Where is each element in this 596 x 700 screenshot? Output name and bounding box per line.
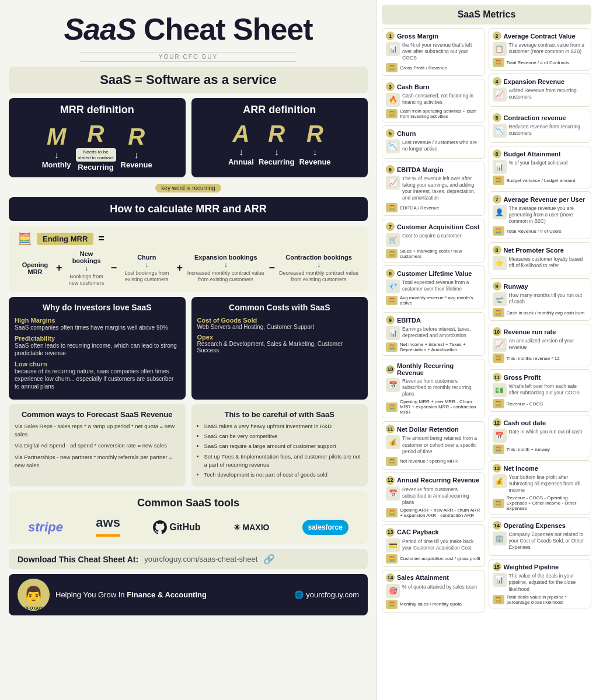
metric-title: Churn — [397, 130, 416, 137]
metric-icon: 💰 — [386, 435, 400, 449]
metric-title: Net Promoter Score — [504, 247, 564, 254]
metric-formula: EBITDA / Revenue — [400, 205, 481, 211]
metric-formula-icon: 🧮 — [493, 226, 504, 236]
metric-formula: Cash from operating activities + cash fr… — [400, 108, 481, 119]
needs-box: Needs to bestated in contract — [76, 148, 116, 162]
metric-title: Cash out date — [504, 419, 546, 426]
metric-formula-row: 🧮 Revenue - COGS - Operating Expenses + … — [493, 495, 588, 511]
metric-icon-row: 🎯 % of quota attained by sales team — [386, 584, 481, 598]
metric-header: 2 Average Contract Value — [493, 32, 588, 40]
metric-header: 6 Budget Attainment — [493, 149, 588, 158]
churn-desc: Lost bookings from existing customers — [120, 270, 173, 283]
margins-desc: SaaS companies often times have margins … — [15, 324, 180, 331]
metric-icon-row: 👤 The average revenue you are generating… — [493, 205, 588, 225]
metric-num: 8 — [386, 269, 395, 278]
footer-website: yourcfoguy.com — [306, 590, 359, 599]
metric-formula: Net revenue / opening MRR — [400, 459, 481, 464]
metric-formula: Total Revenue / # of Contracts — [507, 60, 588, 65]
link-icon: 🔗 — [263, 554, 275, 565]
metric-num: 5 — [493, 113, 501, 122]
metric-formula: Revenue - COGS — [507, 401, 588, 407]
metric-num: 4 — [493, 77, 501, 86]
footer-url[interactable]: 🌐 yourcfoguy.com — [294, 590, 359, 599]
metric-icon-row: 💰 The amount being retained from a custo… — [386, 435, 481, 454]
right-panel-title: SaaS Metrics — [382, 5, 591, 24]
metric-desc: Total expected revenue from a customer o… — [402, 279, 481, 292]
op-plus-2: + — [176, 262, 184, 274]
metric-title: Average Revenue per User — [504, 196, 585, 203]
metric-formula-row: 🧮 Opening MRR + new MRR - Churn MRR + ex… — [386, 399, 481, 415]
download-label: Download This Cheat Sheet At: — [18, 555, 138, 564]
metric-formula-row: 🧮 Sales + marketing costs / new customer… — [386, 249, 481, 259]
metric-formula-row: 🧮 This month + runway — [493, 444, 588, 454]
metric-icon: 🛒 — [386, 233, 400, 247]
metric-icon: 📈 — [386, 176, 400, 190]
metric-icon: 📉 — [386, 139, 400, 153]
contraction-label: Contraction bookings — [278, 254, 359, 261]
metric-card: 1 Gross Margin 📊 the % of your revenue t… — [382, 28, 485, 76]
metric-formula-row: 🧮 Net revenue / opening MRR — [386, 457, 481, 466]
metric-desc: Revenue from customers subscribed to Ann… — [402, 487, 481, 506]
metric-desc: Your bottom line profit after subtractin… — [509, 474, 588, 494]
metric-formula-row: 🧮 Avg monthly revenue * avg month's acti… — [386, 295, 481, 306]
metric-title: Monthly Recurring Revenue — [397, 362, 481, 376]
metric-card: 14 Operating Expenses 🏢 Company Expenses… — [489, 517, 592, 556]
arr-word-annual: Annual — [228, 158, 254, 166]
metric-formula-icon: 🧮 — [493, 444, 504, 454]
metric-formula: Avg monthly revenue * avg month's active — [400, 295, 481, 306]
metric-header: 14 Sales Attainment — [386, 573, 481, 582]
metric-formula-row: 🧮 EBITDA / Revenue — [386, 203, 481, 212]
download-url[interactable]: yourcfoguy.com/saas-cheat-sheet — [144, 555, 257, 564]
metric-icon: 🛫 — [493, 292, 507, 306]
metric-title: Revenue run rate — [504, 328, 556, 335]
metric-icon-row: 🏢 Company Expenses not related to your C… — [493, 531, 588, 551]
metric-card: 5 Churn 📉 Lost revenue / customers who a… — [382, 125, 485, 159]
metric-header: 10 Revenue run rate — [493, 327, 588, 336]
metric-icon: 📅 — [386, 487, 400, 501]
metric-header: 12 Cash out date — [493, 418, 588, 427]
mrr-letter-m: M — [47, 124, 66, 150]
title-area: SaaS Cheat Sheet — [9, 6, 368, 50]
metric-icon: 📅 — [386, 378, 400, 392]
metric-icon-row: 📊 The value of the deals in your pipelin… — [493, 573, 588, 592]
tools-title: Common SaaS tools — [15, 497, 362, 509]
metric-card: 7 Customer Acquisition Cost 🛒 Cost to ac… — [382, 219, 485, 262]
metric-desc: Period of time till you make back your C… — [402, 538, 481, 551]
metric-card: 15 Weighted Pipeline 📊 The value of the … — [489, 559, 592, 608]
metric-desc: Reduced revenue from recurring customers — [509, 124, 588, 136]
metric-desc: How many months till you run out of cash — [509, 292, 588, 305]
metric-title: Contraction revenue — [504, 114, 566, 121]
metric-icon-row: ⭐ Measures customer loyalty based off of… — [493, 256, 588, 270]
metric-card: 6 EBITDA Margin 📈 The % of revenue left … — [382, 162, 485, 216]
metric-icon-row: 💎 Total expected revenue from a customer… — [386, 279, 481, 293]
metric-header: 7 Average Revenue per User — [493, 195, 588, 204]
metric-formula: Sales + marketing costs / new customers — [400, 249, 481, 259]
salesforce-logo: salesforce — [302, 520, 348, 535]
metric-formula: Monthly sales / monthly quota — [400, 601, 481, 607]
metric-formula-icon: 🧮 — [493, 58, 504, 67]
metric-formula-row: 🧮 Net income + interest + Taxes + Deprec… — [386, 342, 481, 352]
footer-bar: 👨 CFO GUY Helping You Grow In Finance & … — [9, 574, 368, 615]
saas-definition-text: SaaS = Software as a service — [100, 72, 277, 87]
metric-num: 11 — [493, 373, 501, 382]
saas-definition-box: SaaS = Software as a service — [9, 66, 368, 93]
metric-card: 12 Annual Recurring Revenue 📅 Revenue fr… — [382, 473, 485, 522]
metric-formula: Total deals value in pipeline * percenta… — [507, 594, 588, 605]
metric-num: 2 — [493, 32, 501, 40]
ending-mrr-label-row: 🧮 Ending MRR = — [18, 232, 359, 246]
arr-letter-a: A — [232, 121, 249, 147]
metric-header: 15 Weighted Pipeline — [493, 562, 588, 571]
how-to-calc-header: How to calculate MRR and ARR — [9, 197, 368, 221]
metric-card: 9 Runway 🛫 How many months till you run … — [489, 278, 592, 321]
metric-title: EBITDA Margin — [397, 166, 444, 173]
arr-letter-r2: R — [306, 121, 323, 147]
metric-formula-row: 🧮 Opening ARR + new ARR - churn ARR + ex… — [386, 508, 481, 518]
investor-item-low-churn: Low churn because of its recurring natur… — [15, 360, 180, 390]
metrics-right-col: 2 Average Contract Value 📋 The average c… — [489, 28, 592, 612]
metric-formula: Cash in bank / monthly avg cash burn — [507, 310, 588, 316]
metric-card: 6 Budget Attainment 📊 % of your budget a… — [489, 146, 592, 188]
calc-icon: 🧮 — [18, 232, 32, 246]
formula-term-contraction: Contraction bookings ↓ Decreased monthly… — [278, 254, 359, 283]
metric-title: Operating Expenses — [504, 522, 566, 529]
metric-icon: 💳 — [386, 538, 400, 552]
